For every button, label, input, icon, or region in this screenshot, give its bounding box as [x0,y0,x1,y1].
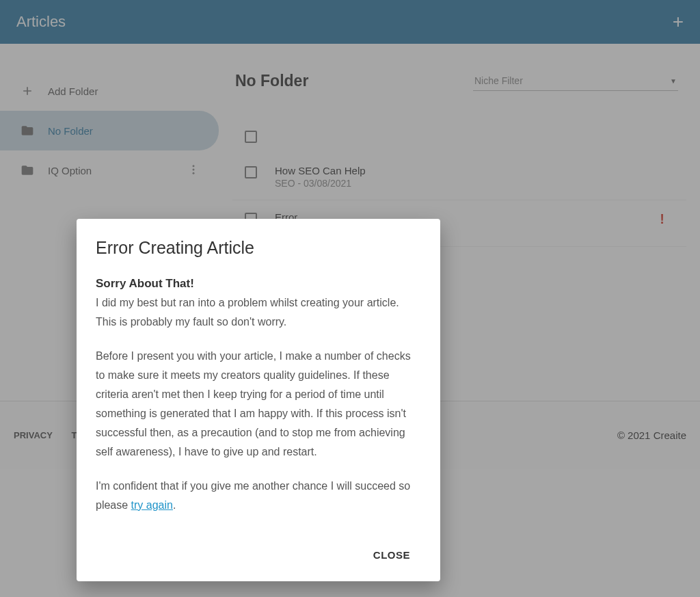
modal-title: Error Creating Article [96,238,421,258]
modal-paragraph: I'm confident that if you give me anothe… [96,477,421,515]
modal-paragraph: I did my best but ran into a problem whi… [96,293,421,332]
try-again-link[interactable]: try again [131,499,173,511]
modal-overlay[interactable]: Error Creating Article Sorry About That!… [0,0,700,597]
error-modal: Error Creating Article Sorry About That!… [77,219,440,581]
close-button[interactable]: CLOSE [362,542,421,568]
modal-paragraph: Before I present you with your article, … [96,347,421,462]
modal-apology: Sorry About That! [96,277,421,291]
modal-text: . [173,499,176,511]
